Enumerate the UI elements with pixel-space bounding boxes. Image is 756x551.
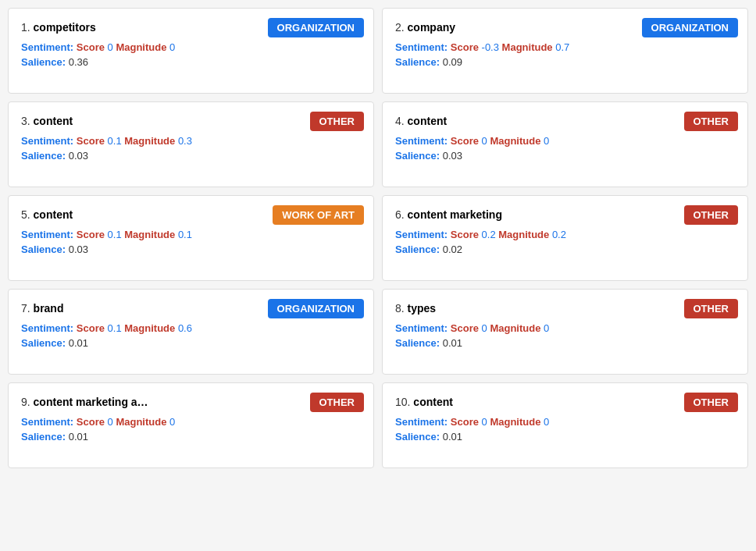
magnitude-value: 0.7 <box>555 41 569 53</box>
magnitude-key: Magnitude <box>116 41 166 53</box>
salience-line: Salience: 0.02 <box>395 244 735 255</box>
sentiment-label: Sentiment: <box>21 229 73 240</box>
score-value: 0.1 <box>108 135 122 147</box>
score-key: Score <box>451 229 479 240</box>
salience-value: 0.01 <box>443 337 462 349</box>
salience-line: Salience: 0.03 <box>21 150 361 162</box>
salience-value: 0.01 <box>443 431 462 443</box>
entity-card-7: 7. brand ORGANIZATION Sentiment: Score 0… <box>8 289 374 375</box>
cards-grid: 1. competitors ORGANIZATION Sentiment: S… <box>8 8 748 468</box>
entity-card-2: 2. company ORGANIZATION Sentiment: Score… <box>382 8 748 94</box>
sentiment-line: Sentiment: Score 0.1 Magnitude 0.6 <box>21 322 361 334</box>
entity-badge: OTHER <box>310 112 365 131</box>
sentiment-line: Sentiment: Score 0 Magnitude 0 <box>395 416 735 428</box>
score-key: Score <box>77 41 105 53</box>
salience-label: Salience: <box>395 150 440 162</box>
entity-number: 6. <box>395 208 408 221</box>
score-value: -0.3 <box>482 41 499 53</box>
entity-badge: ORGANIZATION <box>642 18 738 37</box>
entity-name: content <box>34 115 73 127</box>
salience-value: 0.01 <box>69 337 88 349</box>
entity-number: 5. <box>21 208 34 221</box>
sentiment-label: Sentiment: <box>395 322 448 334</box>
sentiment-label: Sentiment: <box>395 229 448 240</box>
score-key: Score <box>77 416 105 428</box>
salience-line: Salience: 0.01 <box>395 337 735 349</box>
entity-badge: ORGANIZATION <box>268 299 364 318</box>
entity-name: content marketing a… <box>34 396 148 408</box>
sentiment-line: Sentiment: Score 0 Magnitude 0 <box>21 41 361 53</box>
sentiment-line: Sentiment: Score 0.1 Magnitude 0.3 <box>21 135 361 147</box>
salience-line: Salience: 0.09 <box>395 56 735 68</box>
sentiment-line: Sentiment: Score 0 Magnitude 0 <box>395 135 735 147</box>
score-key: Score <box>451 41 479 53</box>
sentiment-label: Sentiment: <box>21 322 73 334</box>
salience-label: Salience: <box>21 337 66 349</box>
entity-card-1: 1. competitors ORGANIZATION Sentiment: S… <box>8 8 374 94</box>
score-value: 0.2 <box>482 229 496 240</box>
magnitude-key: Magnitude <box>490 322 540 334</box>
score-value: 0.1 <box>108 229 122 240</box>
score-value: 0 <box>108 41 113 53</box>
salience-line: Salience: 0.03 <box>395 150 735 162</box>
entity-number: 4. <box>395 115 408 127</box>
entity-badge: OTHER <box>684 205 739 225</box>
score-value: 0 <box>482 322 487 334</box>
score-key: Score <box>77 229 105 240</box>
entity-number: 3. <box>21 115 34 127</box>
score-value: 0 <box>482 416 487 428</box>
sentiment-label: Sentiment: <box>21 135 73 147</box>
entity-card-8: 8. types OTHER Sentiment: Score 0 Magnit… <box>382 289 748 375</box>
entity-name: types <box>408 302 437 315</box>
salience-label: Salience: <box>21 244 66 255</box>
entity-badge: OTHER <box>684 299 739 318</box>
sentiment-line: Sentiment: Score 0.2 Magnitude 0.2 <box>395 229 735 240</box>
entity-card-5: 5. content WORK OF ART Sentiment: Score … <box>8 195 374 281</box>
entity-number: 8. <box>395 302 408 315</box>
entity-card-9: 9. content marketing a… OTHER Sentiment:… <box>8 382 374 468</box>
entity-number: 2. <box>395 21 408 34</box>
salience-line: Salience: 0.01 <box>395 431 735 443</box>
salience-value: 0.03 <box>443 150 462 162</box>
entity-badge: OTHER <box>684 393 739 412</box>
entity-name: content <box>408 115 448 127</box>
magnitude-value: 0 <box>544 416 549 428</box>
magnitude-value: 0 <box>169 416 175 428</box>
entity-card-4: 4. content OTHER Sentiment: Score 0 Magn… <box>382 101 748 187</box>
magnitude-key: Magnitude <box>490 135 540 147</box>
score-key: Score <box>451 135 479 147</box>
magnitude-key: Magnitude <box>124 322 175 334</box>
magnitude-value: 0 <box>169 41 175 53</box>
salience-value: 0.09 <box>443 56 462 68</box>
entity-name: content <box>413 396 453 408</box>
entity-card-6: 6. content marketing OTHER Sentiment: Sc… <box>382 195 748 281</box>
sentiment-label: Sentiment: <box>395 135 448 147</box>
entity-number: 1. <box>21 21 34 34</box>
sentiment-line: Sentiment: Score -0.3 Magnitude 0.7 <box>395 41 735 53</box>
salience-line: Salience: 0.03 <box>21 244 361 255</box>
score-value: 0.1 <box>108 322 122 334</box>
entity-badge: WORK OF ART <box>273 205 364 225</box>
entity-badge: OTHER <box>310 393 365 412</box>
entity-number: 7. <box>21 302 34 315</box>
score-value: 0 <box>482 135 487 147</box>
entity-number: 10. <box>395 396 413 408</box>
salience-value: 0.36 <box>69 56 88 68</box>
entity-card-10: 10. content OTHER Sentiment: Score 0 Mag… <box>382 382 748 468</box>
sentiment-label: Sentiment: <box>21 416 73 428</box>
entity-card-3: 3. content OTHER Sentiment: Score 0.1 Ma… <box>8 101 374 187</box>
entity-name: content marketing <box>408 208 502 221</box>
magnitude-key: Magnitude <box>490 416 540 428</box>
salience-label: Salience: <box>395 244 440 255</box>
salience-value: 0.01 <box>69 431 88 443</box>
entity-name: content <box>34 208 73 221</box>
sentiment-label: Sentiment: <box>395 41 448 53</box>
sentiment-label: Sentiment: <box>395 416 448 428</box>
entity-name: competitors <box>34 21 96 34</box>
magnitude-key: Magnitude <box>124 135 175 147</box>
entity-badge: ORGANIZATION <box>268 18 364 37</box>
score-value: 0 <box>108 416 113 428</box>
entity-number: 9. <box>21 396 34 408</box>
magnitude-value: 0.3 <box>178 135 192 147</box>
magnitude-key: Magnitude <box>498 229 549 240</box>
